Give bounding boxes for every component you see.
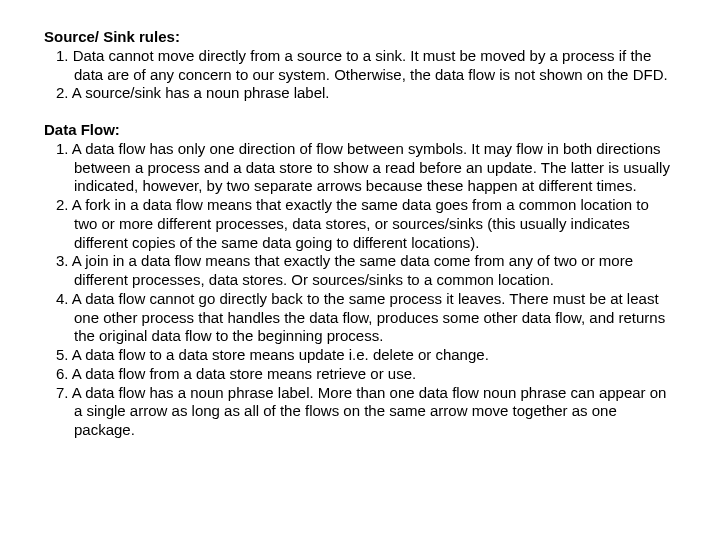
item-number: 7. bbox=[56, 384, 69, 401]
list-item: 5. A data flow to a data store means upd… bbox=[44, 346, 676, 365]
item-text: Data cannot move directly from a source … bbox=[73, 47, 668, 83]
item-number: 2. bbox=[56, 84, 69, 101]
list-item: 1. A data flow has only one direction of… bbox=[44, 140, 676, 196]
list-item: 2. A fork in a data flow means that exac… bbox=[44, 196, 676, 252]
list-item: 6. A data flow from a data store means r… bbox=[44, 365, 676, 384]
data-flow-heading: Data Flow: bbox=[44, 121, 676, 140]
data-flow-section: Data Flow: 1. A data flow has only one d… bbox=[44, 121, 676, 440]
item-text: A data flow cannot go directly back to t… bbox=[72, 290, 665, 345]
source-sink-rules-section: Source/ Sink rules: 1. Data cannot move … bbox=[44, 28, 676, 103]
list-item: 4. A data flow cannot go directly back t… bbox=[44, 290, 676, 346]
list-item: 7. A data flow has a noun phrase label. … bbox=[44, 384, 676, 440]
item-text: A data flow from a data store means retr… bbox=[72, 365, 416, 382]
list-item: 3. A join in a data flow means that exac… bbox=[44, 252, 676, 290]
item-text: A source/sink has a noun phrase label. bbox=[72, 84, 330, 101]
item-number: 3. bbox=[56, 252, 69, 269]
item-number: 6. bbox=[56, 365, 69, 382]
list-item: 1. Data cannot move directly from a sour… bbox=[44, 47, 676, 85]
source-sink-heading: Source/ Sink rules: bbox=[44, 28, 676, 47]
item-text: A data flow has a noun phrase label. Mor… bbox=[72, 384, 667, 439]
item-number: 1. bbox=[56, 140, 69, 157]
item-number: 1. bbox=[56, 47, 69, 64]
item-text: A data flow has only one direction of fl… bbox=[72, 140, 670, 195]
item-number: 5. bbox=[56, 346, 69, 363]
item-number: 4. bbox=[56, 290, 69, 307]
item-text: A data flow to a data store means update… bbox=[72, 346, 489, 363]
list-item: 2. A source/sink has a noun phrase label… bbox=[44, 84, 676, 103]
item-text: A join in a data flow means that exactly… bbox=[72, 252, 633, 288]
item-number: 2. bbox=[56, 196, 69, 213]
item-text: A fork in a data flow means that exactly… bbox=[72, 196, 649, 251]
